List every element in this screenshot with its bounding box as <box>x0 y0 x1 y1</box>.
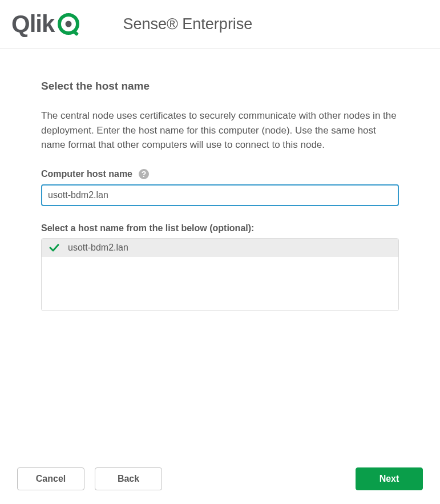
step-heading: Select the host name <box>41 80 399 92</box>
help-icon[interactable]: ? <box>138 168 150 180</box>
main-content: Select the host name The central node us… <box>0 49 440 457</box>
host-item-text: usott-bdm2.lan <box>68 243 128 253</box>
logo: Qlik <box>11 10 82 38</box>
cancel-button[interactable]: Cancel <box>17 467 84 490</box>
host-list-item[interactable]: usott-bdm2.lan <box>42 239 398 257</box>
product-title: Sense® Enterprise <box>123 15 252 33</box>
footer: Cancel Back Next <box>0 457 440 504</box>
hostname-input[interactable] <box>41 184 399 206</box>
header: Qlik Sense® Enterprise <box>0 0 440 49</box>
hostname-label-row: Computer host name ? <box>41 168 399 180</box>
host-list-label: Select a host name from the list below (… <box>41 223 399 233</box>
footer-left: Cancel Back <box>17 467 162 490</box>
logo-q-icon <box>58 12 82 36</box>
logo-text: Qlik <box>11 10 54 38</box>
hostname-label: Computer host name <box>41 169 132 179</box>
back-button[interactable]: Back <box>95 467 162 490</box>
svg-point-1 <box>66 21 72 27</box>
host-list: usott-bdm2.lan <box>41 238 399 311</box>
check-icon <box>49 242 60 253</box>
next-button[interactable]: Next <box>356 467 423 490</box>
svg-text:?: ? <box>142 170 147 179</box>
step-description: The central node uses certificates to se… <box>41 108 399 152</box>
